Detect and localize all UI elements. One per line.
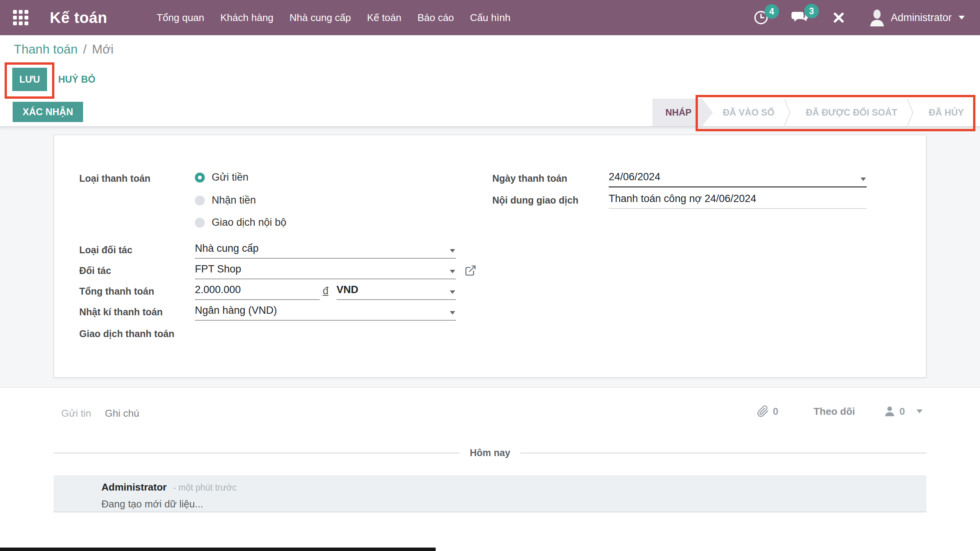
memo-label: Nội dung giao dịch — [492, 195, 578, 206]
chatter: Gửi tin Ghi chú 0 Theo dõi 0 Hôm nay — [0, 387, 980, 551]
message-author: Administrator — [101, 481, 167, 493]
currency-symbol-link[interactable]: đ — [323, 285, 328, 297]
user-name: Administrator — [891, 12, 952, 24]
status-chevron-icon — [784, 99, 796, 126]
menu-nha-cung-cap[interactable]: Nhà cung cấp — [281, 0, 359, 35]
user-caret-icon — [959, 16, 965, 20]
journal-label: Nhật kí thanh toán — [79, 306, 163, 318]
status-step-da-duoc-doi-soat[interactable]: ĐÃ ĐƯỢC ĐỐI SOÁT — [796, 99, 907, 126]
app-title[interactable]: Kế toán — [50, 9, 107, 26]
breadcrumb-current: Mới — [92, 42, 113, 57]
activities-button[interactable]: 4 — [753, 10, 769, 26]
debug-tools-button[interactable] — [831, 10, 846, 25]
external-link-icon — [464, 264, 477, 277]
message-timestamp: - một phút trước — [173, 483, 237, 492]
amount-label: Tổng thanh toán — [79, 286, 154, 297]
menu-ke-toan[interactable]: Kế toán — [359, 0, 410, 35]
form-background: Loại thanh toán Gửi tiền Nhận tiền Giao … — [0, 127, 980, 387]
activities-badge: 4 — [764, 4, 779, 19]
partner-type-label: Loại đối tác — [79, 245, 132, 256]
bottom-dark-strip — [0, 548, 436, 551]
menu-khach-hang[interactable]: Khách hàng — [212, 0, 282, 35]
radio-selected-icon — [195, 173, 205, 183]
breadcrumb: Thanh toán / Mới — [0, 35, 980, 63]
radio-giao-dich-noi-bo[interactable]: Giao dịch nội bộ — [195, 217, 286, 228]
dropdown-caret-icon — [861, 178, 866, 181]
status-chevron-icon — [907, 99, 919, 126]
chatter-message: Administrator - một phút trước Đang tạo … — [54, 475, 926, 512]
radio-nhan-tien[interactable]: Nhận tiền — [195, 194, 256, 206]
send-message-tab[interactable]: Gửi tin — [61, 408, 91, 419]
status-step-da-vao-so[interactable]: ĐÃ VÀO SỔ — [713, 99, 784, 126]
journal-select[interactable]: Ngân hàng (VND) — [195, 305, 456, 321]
dropdown-caret-icon — [450, 270, 455, 273]
attachments-button[interactable]: 0 — [757, 405, 778, 417]
payment-date-label: Ngày thanh toán — [492, 173, 567, 184]
statusbar: NHÁP ĐÃ VÀO SỔ ĐÃ ĐƯỢC ĐỐI SOÁT ĐÃ HỦY — [652, 99, 974, 126]
message-header: Administrator - một phút trước — [101, 481, 237, 493]
partner-type-select[interactable]: Nhà cung cấp — [195, 243, 456, 259]
radio-gui-tien[interactable]: Gửi tiền — [195, 171, 248, 183]
save-button[interactable]: LƯU — [12, 68, 47, 91]
tools-icon — [831, 10, 846, 25]
chatter-toolbar: 0 Theo dõi 0 — [757, 405, 923, 417]
dropdown-caret-icon — [450, 311, 455, 315]
apps-grid-icon[interactable] — [13, 10, 28, 25]
user-menu[interactable]: Administrator — [869, 9, 965, 26]
confirm-button[interactable]: XÁC NHẬN — [13, 102, 83, 122]
divider-line — [520, 453, 926, 453]
date-divider: Hôm nay — [54, 447, 926, 458]
divider-line — [54, 453, 460, 453]
payment-date-input[interactable]: 24/06/2024 — [609, 171, 867, 187]
breadcrumb-parent[interactable]: Thanh toán — [14, 42, 78, 57]
top-navbar: Kế toán Tổng quan Khách hàng Nhà cung cấ… — [0, 0, 980, 35]
radio-unselected-icon — [195, 196, 205, 205]
odoo-payment-form-screen: Kế toán Tổng quan Khách hàng Nhà cung cấ… — [0, 0, 980, 551]
amount-input[interactable]: 2.000.000 — [195, 284, 320, 300]
messages-button[interactable]: 3 — [791, 9, 809, 26]
breadcrumb-separator: / — [83, 42, 87, 57]
discard-button[interactable]: HUỶ BỎ — [58, 68, 95, 91]
navbar-systray: 4 3 Administrator — [731, 9, 965, 26]
payment-transaction-label: Giao dịch thanh toán — [79, 328, 175, 339]
dropdown-caret-icon — [450, 249, 455, 253]
followers-count: 0 — [900, 406, 905, 417]
main-menu: Tổng quan Khách hàng Nhà cung cấp Kế toá… — [149, 0, 518, 35]
message-body: Đang tạo mới dữ liệu... — [101, 498, 203, 510]
date-divider-label: Hôm nay — [460, 447, 520, 458]
partner-select[interactable]: FPT Shop — [195, 263, 456, 279]
status-step-da-huy[interactable]: ĐÃ HỦY — [919, 99, 974, 126]
memo-input[interactable]: Thanh toán công nợ 24/06/2024 — [609, 193, 867, 209]
messages-badge: 3 — [804, 4, 819, 18]
menu-tong-quan[interactable]: Tổng quan — [149, 0, 212, 35]
dropdown-caret-icon — [450, 290, 455, 294]
followers-caret-icon[interactable] — [916, 409, 923, 413]
attachments-count: 0 — [773, 406, 778, 417]
payment-form-card: Loại thanh toán Gửi tiền Nhận tiền Giao … — [54, 135, 926, 378]
paperclip-icon — [757, 405, 769, 417]
avatar — [869, 9, 885, 26]
follower-icon — [884, 405, 896, 417]
status-step-nhap[interactable]: NHÁP — [652, 99, 713, 126]
payment-type-label: Loại thanh toán — [79, 173, 150, 184]
radio-unselected-icon — [195, 218, 205, 228]
currency-select[interactable]: VND — [336, 284, 456, 300]
external-link-button[interactable] — [464, 264, 477, 278]
menu-cau-hinh[interactable]: Cấu hình — [462, 0, 519, 35]
partner-label: Đối tác — [79, 265, 111, 276]
log-note-tab[interactable]: Ghi chú — [105, 408, 139, 419]
menu-bao-cao[interactable]: Báo cáo — [409, 0, 462, 35]
follow-button[interactable]: Theo dõi — [813, 406, 855, 417]
followers-button[interactable]: 0 — [884, 405, 905, 417]
